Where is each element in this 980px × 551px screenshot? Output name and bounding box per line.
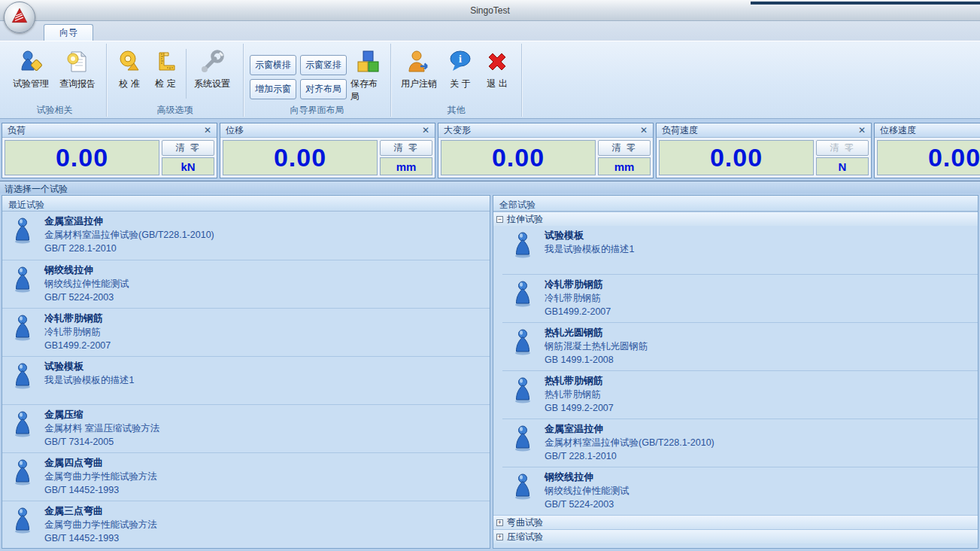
- close-icon[interactable]: ✕: [204, 125, 211, 135]
- user-logout-button[interactable]: 用户注销: [396, 46, 442, 91]
- test-list-item[interactable]: 金属三点弯曲 金属弯曲力学性能试验方法 GB/T 14452-1993: [2, 501, 490, 549]
- test-list-item[interactable]: 金属四点弯曲 金属弯曲力学性能试验方法 GB/T 14452-1993: [2, 452, 490, 501]
- test-list-item[interactable]: 热轧光圆钢筋 钢筋混凝土热轧光圆钢筋 GB 1499.1-2008: [502, 322, 978, 370]
- test-list-item[interactable]: 金属室温拉伸 金属材料室温拉伸试验(GB/T228.1-2010) GB/T 2…: [502, 419, 978, 467]
- test-list-item[interactable]: 试验模板 我是试验模板的描述1: [2, 356, 490, 404]
- group-label-test-related: 试验相关: [3, 104, 106, 117]
- about-button[interactable]: i 关 于: [442, 46, 478, 91]
- app-menu-button[interactable]: [4, 2, 35, 33]
- tree-group-row[interactable]: +压缩试验: [493, 529, 978, 543]
- save-layout-label: 保存布局: [350, 78, 385, 103]
- test-item-standard: GB/T 5224-2003: [545, 498, 630, 511]
- tree-group-row[interactable]: −拉伸试验: [493, 212, 978, 226]
- meter-deformation-unit: mm: [598, 157, 651, 175]
- calibrate-button[interactable]: 校 准: [111, 46, 147, 91]
- test-manage-button[interactable]: 试验管理: [8, 46, 54, 91]
- test-pawn-icon: [513, 326, 532, 369]
- group-label-advanced-options: 高级选项: [107, 104, 243, 117]
- test-item-text: 试验模板 我是试验模板的描述1: [545, 229, 634, 272]
- test-item-description: 金属弯曲力学性能试验方法: [44, 518, 157, 531]
- test-item-text: 金属四点弯曲 金属弯曲力学性能试验方法 GB/T 14452-1993: [44, 456, 157, 499]
- exit-label: 退 出: [487, 78, 507, 90]
- test-item-standard: GB/T 14452-1993: [44, 483, 157, 497]
- test-item-text: 冷轧带肋钢筋 冷轧带肋钢筋 GB1499.2-2007: [545, 278, 611, 321]
- system-settings-button[interactable]: 系统设置: [189, 46, 235, 91]
- test-item-description: 我是试验模板的描述1: [44, 373, 134, 387]
- test-item-title: 金属室温拉伸: [44, 215, 214, 228]
- align-layout-button[interactable]: 对齐布局: [300, 79, 347, 99]
- tab-wizard[interactable]: 向导: [44, 24, 93, 41]
- expand-icon[interactable]: +: [496, 519, 503, 526]
- ribbon-group-wizard-layout: 示窗横排 示窗竖排 增加示窗 对齐布局 保存布局 向导界面布局: [244, 44, 391, 117]
- test-item-title: 金属室温拉伸: [545, 422, 715, 436]
- test-list-item[interactable]: 热轧带肋钢筋 热轧带肋钢筋 GB 1499.2-2007: [502, 370, 978, 419]
- zero-button[interactable]: 清 零: [380, 140, 432, 156]
- test-item-standard: GB/T 5224-2003: [44, 291, 129, 304]
- meter-deformation-value: 0.00: [441, 140, 596, 175]
- title-bar: SingoTest: [0, 0, 980, 21]
- test-list-item[interactable]: 试验模板 我是试验模板的描述1: [502, 226, 978, 274]
- meter-displacement-title: 位移: [226, 124, 244, 137]
- ribbon-group-advanced-options: 校 准 检 定 系统设置 高级选项: [107, 44, 244, 117]
- user-logout-icon: [406, 49, 432, 75]
- test-list-item[interactable]: 冷轧带肋钢筋 冷轧带肋钢筋 GB1499.2-2007: [2, 308, 490, 356]
- meter-load-speed-value: 0.00: [659, 140, 814, 175]
- all-tests-header: 全部试验: [493, 196, 978, 212]
- test-item-description: 金属材料室温拉伸试验(GB/T228.1-2010): [545, 436, 715, 449]
- test-pawn-icon: [513, 422, 532, 465]
- test-item-standard: GB1499.2-2007: [44, 339, 111, 352]
- exit-button[interactable]: 退 出: [478, 46, 516, 91]
- test-item-description: 钢筋混凝土热轧光圆钢筋: [545, 339, 648, 353]
- save-layout-button[interactable]: 保存布局: [350, 46, 386, 104]
- close-icon[interactable]: ✕: [422, 125, 429, 135]
- test-list-item[interactable]: 钢绞线拉伸 钢绞线拉伸性能测试 GB/T 5224-2003: [2, 260, 490, 308]
- close-icon[interactable]: ✕: [858, 125, 866, 135]
- system-settings-label: 系统设置: [194, 78, 230, 90]
- test-pawn-icon: [13, 408, 32, 451]
- test-item-standard: GB 1499.1-2008: [545, 353, 648, 367]
- test-list-item[interactable]: 冷轧带肋钢筋 冷轧带肋钢筋 GB1499.2-2007: [502, 274, 978, 322]
- window-title: SingoTest: [0, 5, 980, 16]
- calibrate-label: 校 准: [119, 78, 139, 90]
- test-item-standard: GB/T 7314-2005: [44, 435, 159, 449]
- windows-horizontal-button[interactable]: 示窗横排: [250, 55, 296, 75]
- verify-button[interactable]: 检 定: [147, 46, 184, 91]
- test-item-title: 金属压缩: [44, 408, 159, 422]
- test-list-item[interactable]: 金属室温拉伸 金属材料室温拉伸试验(GB/T228.1-2010) GB/T 2…: [2, 212, 490, 260]
- meter-displacement: 位移 ✕ 0.00 清 零 mm: [220, 123, 435, 178]
- meter-load-value: 0.00: [5, 140, 159, 175]
- ribbon-group-test-related: 试验管理 查询报告 试验相关: [3, 44, 107, 117]
- ribbon-group-other: 用户注销 i 关 于 退 出 其他: [391, 44, 522, 117]
- add-window-button[interactable]: 增加示窗: [250, 79, 296, 99]
- test-item-text: 金属三点弯曲 金属弯曲力学性能试验方法 GB/T 14452-1993: [44, 504, 157, 547]
- meter-load-unit: kN: [162, 157, 214, 175]
- zero-button[interactable]: 清 零: [162, 140, 214, 156]
- test-item-title: 金属四点弯曲: [44, 456, 157, 470]
- tree-group-label: 压缩试验: [507, 531, 543, 543]
- test-item-title: 冷轧带肋钢筋: [44, 312, 111, 325]
- test-list-item[interactable]: 金属压缩 金属材料 室温压缩试验方法 GB/T 7314-2005: [2, 404, 490, 452]
- tree-group-label: 拉伸试验: [507, 213, 543, 226]
- background-window-edge: [751, 0, 980, 5]
- test-list-item[interactable]: 钢绞线拉伸 钢绞线拉伸性能测试 GB/T 5224-2003: [502, 467, 978, 515]
- test-item-text: 热轧带肋钢筋 热轧带肋钢筋 GB 1499.2-2007: [545, 374, 614, 417]
- test-pawn-icon: [13, 456, 32, 499]
- test-item-title: 热轧光圆钢筋: [545, 326, 648, 339]
- test-item-standard: GB/T 228.1-2010: [44, 242, 214, 255]
- tree-group-row[interactable]: +弯曲试验: [493, 515, 978, 529]
- query-report-button[interactable]: 查询报告: [54, 46, 101, 91]
- test-item-title: 冷轧带肋钢筋: [545, 278, 611, 291]
- tape-measure-icon: [117, 49, 142, 75]
- windows-vertical-button[interactable]: 示窗竖排: [300, 55, 347, 75]
- about-icon: i: [448, 49, 473, 75]
- all-tests-panel: 全部试验 −拉伸试验 试验模板 我是试验模板的描述1 冷轧带肋钢筋 冷轧带肋钢筋…: [493, 195, 978, 549]
- expand-icon[interactable]: +: [496, 534, 503, 540]
- meter-load-speed: 负荷速度 ✕ 0.00 清 零 N: [656, 123, 872, 178]
- close-icon[interactable]: ✕: [640, 125, 648, 135]
- test-item-text: 金属室温拉伸 金属材料室温拉伸试验(GB/T228.1-2010) GB/T 2…: [44, 215, 214, 258]
- meter-deformation-title: 大变形: [444, 124, 471, 137]
- recent-tests-list: 金属室温拉伸 金属材料室温拉伸试验(GB/T228.1-2010) GB/T 2…: [2, 212, 490, 549]
- collapse-icon[interactable]: −: [496, 216, 503, 223]
- test-item-text: 试验模板 我是试验模板的描述1: [44, 360, 134, 403]
- zero-button[interactable]: 清 零: [598, 140, 651, 156]
